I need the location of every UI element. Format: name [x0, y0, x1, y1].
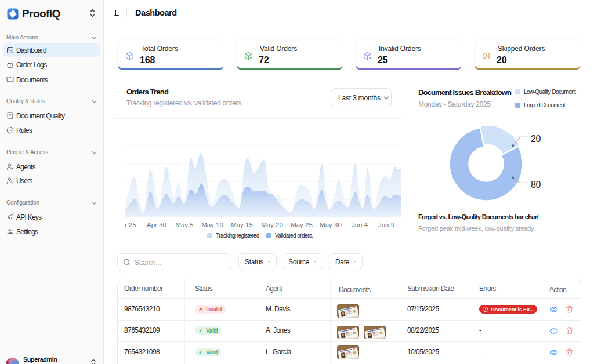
svg-text:May 30: May 30: [320, 221, 342, 228]
svg-text:Apr 30: Apr 30: [147, 221, 166, 228]
svg-text:May 10: May 10: [201, 221, 223, 228]
svg-text:May 15: May 15: [231, 221, 253, 228]
svg-text:80: 80: [531, 180, 541, 190]
svg-text:Jun 9: Jun 9: [378, 221, 394, 228]
svg-text:May 5: May 5: [175, 221, 193, 228]
svg-text:20: 20: [531, 134, 541, 144]
svg-text:May 20: May 20: [261, 221, 283, 228]
svg-text:r 25: r 25: [125, 221, 136, 228]
svg-text:Jun 4: Jun 4: [352, 221, 368, 228]
svg-text:May 25: May 25: [291, 221, 313, 228]
